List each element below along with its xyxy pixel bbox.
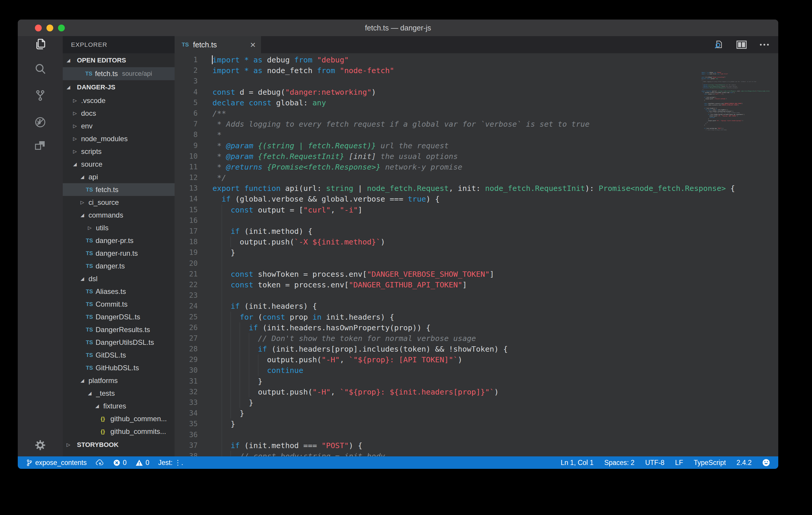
activity-item-source-control[interactable]: [18, 87, 63, 104]
twisty-collapsed-icon[interactable]: ▷: [73, 149, 81, 154]
tree-file-DangerResults.ts[interactable]: TSDangerResults.ts: [63, 323, 175, 336]
status-ts-version[interactable]: 2.4.2: [736, 459, 752, 467]
code-line-38[interactable]: 38 // const body:string = init.body: [175, 451, 778, 456]
status-errors[interactable]: 0: [113, 459, 127, 467]
twisty-expanded-icon[interactable]: ◢: [81, 378, 88, 383]
code-line-22[interactable]: 22 const token = process.env["DANGER_GIT…: [175, 279, 778, 290]
open-editor-fetch.ts[interactable]: TSfetch.tssource/api: [63, 67, 175, 80]
code-line-12[interactable]: 12 */: [175, 172, 778, 183]
twisty-collapsed-icon[interactable]: ▷: [73, 123, 81, 129]
tree-file-GitHubDSL.ts[interactable]: TSGitHubDSL.ts: [63, 362, 175, 374]
tree-file-DangerUtilsDSL.ts[interactable]: TSDangerUtilsDSL.ts: [63, 336, 175, 349]
tree-folder-source[interactable]: ◢source: [63, 158, 175, 170]
minimap[interactable]: 1import * as debug from "debug"2import *…: [701, 71, 770, 144]
code-line-20[interactable]: 20: [175, 258, 778, 269]
twisty-expanded-icon[interactable]: ◢: [95, 403, 103, 409]
code-line-25[interactable]: 25 for (const prop in init.headers) {: [175, 312, 778, 322]
code-line-17[interactable]: 17 if (init.method) {: [175, 226, 778, 236]
status-jest[interactable]: Jest: ⋮.: [158, 459, 183, 467]
code-line-19[interactable]: 19 }: [175, 247, 778, 258]
more-actions-button[interactable]: [759, 43, 770, 47]
code-editor[interactable]: 1import * as debug from "debug"2import *…: [175, 53, 778, 456]
twisty-collapsed-icon[interactable]: ▷: [73, 136, 81, 141]
code-line-38[interactable]: 38 // const body:string = init.body: [701, 129, 770, 131]
code-line-30[interactable]: 30 continue: [175, 365, 778, 376]
code-line-7[interactable]: 7 * Adds logging to every fetch request …: [175, 119, 778, 130]
twisty-expanded-icon[interactable]: ◢: [81, 174, 88, 180]
code-line-33[interactable]: 33 }: [175, 397, 778, 408]
code-line-4[interactable]: 4const d = debug("danger:networking"): [175, 87, 778, 97]
tree-folder-ci_source[interactable]: ▷ci_source: [63, 196, 175, 209]
status-eol[interactable]: LF: [675, 459, 683, 467]
tree-folder-_tests[interactable]: ◢_tests: [63, 387, 175, 400]
status-feedback[interactable]: [762, 459, 770, 466]
twisty-collapsed-icon[interactable]: ▷: [66, 442, 75, 448]
tree-folder-platforms[interactable]: ◢platforms: [63, 374, 175, 387]
tree-file-DangerDSL.ts[interactable]: TSDangerDSL.ts: [63, 311, 175, 323]
code-line-15[interactable]: 15 const output = ["curl", "-i"]: [175, 204, 778, 215]
close-tab-icon[interactable]: ×: [250, 40, 256, 50]
activity-item-search[interactable]: [18, 61, 63, 77]
code-line-5[interactable]: 5declare const global: any: [175, 97, 778, 108]
twisty-collapsed-icon[interactable]: ▷: [73, 98, 81, 103]
code-line-1[interactable]: 1import * as debug from "debug": [175, 54, 778, 65]
tree-folder-node_modules[interactable]: ▷node_modules: [63, 132, 175, 145]
code-line-11[interactable]: 11 * @returns {Promise<fetch.Response>} …: [175, 162, 778, 172]
tree-folder-env[interactable]: ▷env: [63, 120, 175, 132]
code-line-18[interactable]: 18 output.push(`-X ${init.method}`): [175, 236, 778, 247]
code-line-6[interactable]: 6/**: [175, 108, 778, 119]
tree-file-danger.ts[interactable]: TSdanger.ts: [63, 260, 175, 272]
code-line-37[interactable]: 37 if (init.method === "POST") {: [175, 440, 778, 451]
twisty-collapsed-icon[interactable]: ▷: [88, 225, 96, 231]
code-line-23[interactable]: 23: [175, 290, 778, 301]
code-line-27[interactable]: 27 // Don't show the token for normal ve…: [175, 333, 778, 344]
code-line-32[interactable]: 32 output.push("-H", `"${prop}: ${init.h…: [175, 387, 778, 397]
tree-folder-dsl[interactable]: ◢dsl: [63, 272, 175, 285]
tree-folder-api[interactable]: ◢api: [63, 170, 175, 183]
code-line-28[interactable]: 28 if (init.headers[prop].includes(token…: [175, 344, 778, 354]
tree-file-github_commen...[interactable]: {}github_commen...: [63, 412, 175, 425]
split-editor-button[interactable]: [736, 40, 747, 50]
tree-folder-fixtures[interactable]: ◢fixtures: [63, 400, 175, 412]
tree-folder-.vscode[interactable]: ▷.vscode: [63, 94, 175, 107]
activity-item-explorer[interactable]: [18, 36, 63, 53]
code-line-24[interactable]: 24 if (init.headers) {: [175, 301, 778, 311]
storybook-section-header[interactable]: ▷ STORYBOOK: [63, 438, 175, 452]
twisty-collapsed-icon[interactable]: ▷: [73, 110, 81, 116]
tab-fetch-ts[interactable]: TS fetch.ts ×: [175, 36, 261, 53]
status-git-branch[interactable]: expose_contents: [26, 459, 87, 467]
twisty-expanded-icon[interactable]: ◢: [66, 57, 75, 63]
code-line-36[interactable]: 36: [175, 429, 778, 440]
status-indentation[interactable]: Spaces: 2: [604, 459, 634, 467]
project-section-header[interactable]: ◢ DANGER-JS: [63, 80, 175, 94]
code-line-8[interactable]: 8 *: [175, 130, 778, 140]
twisty-expanded-icon[interactable]: ◢: [81, 276, 88, 282]
twisty-collapsed-icon[interactable]: ▷: [81, 199, 88, 205]
tree-folder-utils[interactable]: ▷utils: [63, 221, 175, 234]
status-warnings[interactable]: 0: [136, 459, 149, 467]
tree-folder-commands[interactable]: ◢commands: [63, 209, 175, 221]
status-sync[interactable]: [95, 459, 105, 466]
code-line-14[interactable]: 14 if (global.verbose && global.verbose …: [175, 194, 778, 204]
activity-item-debug[interactable]: [18, 114, 63, 131]
activity-item-settings[interactable]: [18, 437, 63, 453]
open-editors-header[interactable]: ◢ OPEN EDITORS: [63, 53, 175, 67]
code-line-35[interactable]: 35 }: [175, 419, 778, 429]
code-line-16[interactable]: 16: [175, 215, 778, 226]
code-line-26[interactable]: 26 if (init.headers.hasOwnProperty(prop)…: [175, 322, 778, 333]
code-line-10[interactable]: 10 * @param {fetch.RequestInit} [init] t…: [175, 151, 778, 162]
twisty-expanded-icon[interactable]: ◢: [73, 161, 81, 167]
tree-file-danger-run.ts[interactable]: TSdanger-run.ts: [63, 247, 175, 260]
activity-item-extensions[interactable]: [18, 138, 63, 154]
code-line-13[interactable]: 13export function api(url: string | node…: [175, 183, 778, 194]
open-preview-button[interactable]: [714, 40, 724, 50]
code-line-3[interactable]: 3: [175, 76, 778, 86]
status-encoding[interactable]: UTF-8: [645, 459, 664, 467]
status-language-mode[interactable]: TypeScript: [694, 459, 726, 467]
tree-file-github_commits...[interactable]: {}github_commits...: [63, 425, 175, 438]
tree-file-fetch.ts[interactable]: TSfetch.ts: [63, 183, 175, 196]
tree-folder-docs[interactable]: ▷docs: [63, 107, 175, 120]
tree-file-Commit.ts[interactable]: TSCommit.ts: [63, 298, 175, 311]
tree-folder-scripts[interactable]: ▷scripts: [63, 145, 175, 158]
code-line-29[interactable]: 29 output.push("-H", `"${prop}: [API TOK…: [175, 354, 778, 365]
